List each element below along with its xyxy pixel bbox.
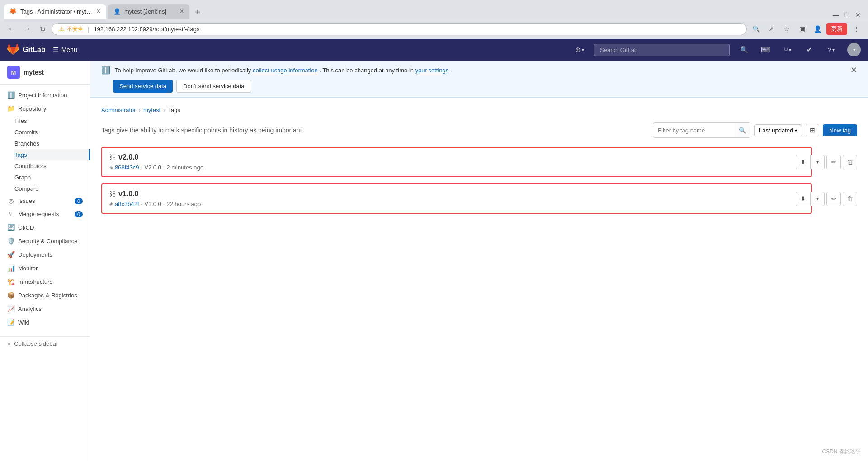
sidebar-item-compare[interactable]: Compare xyxy=(14,183,90,194)
bookmark-icon[interactable]: ☆ xyxy=(780,23,793,35)
restore-icon[interactable]: ❐ xyxy=(844,12,850,19)
sidebar-item-cicd[interactable]: 🔄 CI/CD xyxy=(0,221,90,234)
sidebar-item-branches[interactable]: Branches xyxy=(14,138,90,149)
sidebar-item-security[interactable]: 🛡️ Security & Compliance xyxy=(0,234,90,248)
breadcrumb-mytest[interactable]: mytest xyxy=(143,107,160,113)
deployments-icon: 🚀 xyxy=(7,251,14,258)
sidebar-item-contributors[interactable]: Contributors xyxy=(14,160,90,172)
reload-button[interactable]: ↻ xyxy=(36,23,49,35)
sidebar-item-files[interactable]: Files xyxy=(14,115,90,127)
project-header[interactable]: M mytest xyxy=(0,61,90,85)
tags-list: ⛓ v2.0.0 ◈ 868f43c9 · V2.0.0 · 2 minutes… xyxy=(101,147,857,214)
sidebar-item-issues[interactable]: ◎ Issues 0 xyxy=(0,194,90,207)
sidebar-toggle-icon[interactable]: ▣ xyxy=(796,23,808,35)
menu-button[interactable]: ☰ Menu xyxy=(53,46,77,53)
branches-label: Branches xyxy=(14,140,39,147)
edit-button-v2[interactable]: ✏ xyxy=(826,155,841,169)
collect-usage-link[interactable]: collect usage information xyxy=(253,67,318,74)
filter-search-button[interactable]: 🔍 xyxy=(735,123,750,137)
filter-input[interactable] xyxy=(653,124,735,136)
user-avatar[interactable]: ▾ xyxy=(847,43,861,56)
sidebar-item-deployments[interactable]: 🚀 Deployments xyxy=(0,248,90,261)
browser-tab-active[interactable]: 🦊 Tags · Administrator / mytest ✕ xyxy=(4,4,106,19)
sidebar-item-merge-requests[interactable]: ⑂ Merge requests 0 xyxy=(0,207,90,221)
analytics-icon: 📈 xyxy=(7,305,14,312)
tag-link-icon-v1: ⛓ xyxy=(109,190,116,198)
tag-name-row-v1: ⛓ v1.0.0 xyxy=(109,190,804,198)
banner-close-button[interactable]: ✕ xyxy=(850,65,857,75)
download-dropdown-button-v1[interactable]: ▾ xyxy=(810,192,825,206)
commit-icon-v2: ◈ xyxy=(109,165,113,170)
infrastructure-icon: 🏗️ xyxy=(7,278,14,285)
browser-search-icon[interactable]: 🔍 xyxy=(750,23,762,35)
dont-send-service-data-button[interactable]: Don't send service data xyxy=(176,80,251,93)
tab2-close-icon[interactable]: ✕ xyxy=(179,8,184,14)
sidebar-item-packages[interactable]: 📦 Packages & Registries xyxy=(0,288,90,302)
collapse-icon: « xyxy=(7,340,10,347)
commit-hash-link-v2[interactable]: 868f43c9 xyxy=(115,164,139,171)
more-options-icon[interactable]: ⋮ xyxy=(850,23,863,35)
menu-label: Menu xyxy=(61,46,77,53)
download-button-v1[interactable]: ⬇ xyxy=(796,192,810,206)
download-dropdown-button-v2[interactable]: ▾ xyxy=(810,155,825,169)
search-button[interactable]: 🔍 xyxy=(737,42,751,57)
info-icon: ℹ️ xyxy=(101,66,110,75)
share-icon[interactable]: ↗ xyxy=(765,23,778,35)
sidebar-item-tags[interactable]: Tags xyxy=(14,149,90,160)
commit-icon-v1: ◈ xyxy=(109,201,113,207)
new-tag-button[interactable]: New tag xyxy=(823,124,857,136)
tag-commit-row-v1: ◈ a8c3b42f · V1.0.0 · 22 hours ago xyxy=(109,201,804,207)
tab-favicon: 🦊 xyxy=(9,8,17,15)
commit-time-v2: 2 minutes ago xyxy=(166,164,203,171)
todo-icon[interactable]: ✔ xyxy=(802,42,816,57)
minimize-icon[interactable]: — xyxy=(833,11,839,19)
download-button-v2[interactable]: ⬇ xyxy=(796,155,810,169)
sidebar-item-graph[interactable]: Graph xyxy=(14,172,90,183)
commit-time-v1: 22 hours ago xyxy=(166,201,201,207)
delete-button-v2[interactable]: 🗑 xyxy=(843,155,857,169)
tag-name-row-v2: ⛓ v2.0.0 xyxy=(109,153,804,161)
sidebar-item-infrastructure[interactable]: 🏗️ Infrastructure xyxy=(0,275,90,288)
settings-link[interactable]: your settings xyxy=(415,67,449,74)
avatar-chevron: ▾ xyxy=(853,47,855,52)
sidebar-item-analytics[interactable]: 📈 Analytics xyxy=(0,302,90,315)
sidebar-item-project-info[interactable]: ℹ️ Project information xyxy=(0,88,90,102)
tab-close-icon[interactable]: ✕ xyxy=(96,8,101,14)
merge-request-icon[interactable]: ⑂▾ xyxy=(780,42,795,57)
close-window-icon[interactable]: ✕ xyxy=(855,11,861,19)
sidebar-item-repository[interactable]: 📁 Repository xyxy=(0,102,90,115)
browser-tab-2[interactable]: 👤 mytest [Jenkins] ✕ xyxy=(108,4,189,19)
gitlab-fox-icon xyxy=(7,44,19,56)
merge-requests-badge: 0 xyxy=(75,211,83,217)
repository-icon: 📁 xyxy=(7,105,14,112)
search-input[interactable] xyxy=(594,44,730,56)
gitlab-logo[interactable]: GitLab xyxy=(7,44,46,56)
commit-hash-link-v1[interactable]: a8c3b42f xyxy=(115,201,139,207)
sort-dropdown[interactable]: Last updated ▾ xyxy=(754,124,802,136)
tag-commit-row-v2: ◈ 868f43c9 · V2.0.0 · 2 minutes ago xyxy=(109,164,804,171)
forward-button[interactable]: → xyxy=(21,23,33,35)
address-text: 192.168.222.102:8929/root/mytest/-/tags xyxy=(94,26,199,33)
issues-badge: 0 xyxy=(75,198,83,204)
delete-button-v1[interactable]: 🗑 xyxy=(843,192,857,206)
update-button[interactable]: 更新 xyxy=(826,23,847,35)
repository-subnav: Files Commits Branches Tags Contributors… xyxy=(0,115,90,194)
edit-button-v1[interactable]: ✏ xyxy=(826,192,841,206)
send-service-data-button[interactable]: Send service data xyxy=(113,80,173,93)
banner-text: To help improve GitLab, we would like to… xyxy=(115,67,452,74)
sidebar-item-commits[interactable]: Commits xyxy=(14,127,90,138)
project-info-label: Project information xyxy=(18,92,67,99)
new-tab-button[interactable]: + xyxy=(191,6,204,19)
back-button[interactable]: ← xyxy=(5,23,18,35)
code-review-icon[interactable]: ⌨ xyxy=(759,42,773,57)
sidebar-item-wiki[interactable]: 📝 Wiki xyxy=(0,315,90,329)
breadcrumb: Administrator › mytest › Tags xyxy=(101,107,857,113)
collapse-sidebar-button[interactable]: « Collapse sidebar xyxy=(0,336,90,351)
rss-button[interactable]: ⊞ xyxy=(806,124,819,136)
create-new-button[interactable]: ⊕ ▾ xyxy=(572,42,587,57)
profile-icon[interactable]: 👤 xyxy=(811,23,824,35)
help-icon[interactable]: ?▾ xyxy=(824,42,838,57)
breadcrumb-administrator[interactable]: Administrator xyxy=(101,107,136,113)
gitlab-logo-text: GitLab xyxy=(23,46,46,54)
sidebar-item-monitor[interactable]: 📊 Monitor xyxy=(0,261,90,275)
